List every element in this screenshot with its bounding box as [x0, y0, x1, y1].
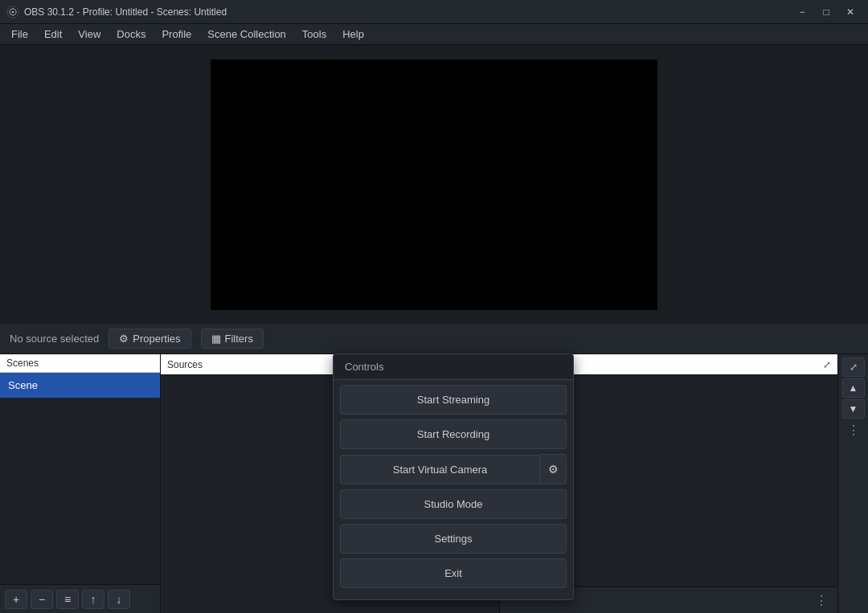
side-up-button[interactable]: ▲: [842, 378, 865, 398]
menu-file[interactable]: File: [3, 27, 36, 42]
side-down-button[interactable]: ▼: [842, 399, 865, 419]
filters-icon: ▦: [211, 333, 221, 345]
controls-header: Controls: [334, 354, 573, 380]
controls-footer: [334, 593, 573, 599]
close-button[interactable]: ✕: [839, 4, 862, 20]
menu-scene-collection[interactable]: Scene Collection: [199, 27, 294, 42]
start-streaming-button[interactable]: Start Streaming: [340, 385, 567, 415]
tab-properties[interactable]: ⚙ Properties: [108, 329, 190, 349]
menu-docks[interactable]: Docks: [108, 27, 154, 42]
scenes-panel: Scenes Scene + − ≡ ↑ ↓: [0, 354, 161, 613]
scenes-toolbar: + − ≡ ↑ ↓: [0, 584, 160, 613]
menu-edit[interactable]: Edit: [36, 27, 70, 42]
controls-dropdown: Controls Start Streaming Start Recording…: [333, 353, 574, 600]
tab-filters[interactable]: ▦ Filters: [201, 329, 264, 349]
side-more-button[interactable]: ⋮: [842, 420, 865, 439]
title-bar: OBS 30.1.2 - Profile: Untitled - Scenes:…: [0, 0, 868, 24]
preview-area: [0, 45, 868, 324]
studio-mode-button[interactable]: Studio Mode: [340, 489, 567, 519]
scenes-header: Scenes: [0, 354, 160, 373]
sources-header-label: Sources: [167, 359, 203, 370]
filters-label: Filters: [225, 333, 253, 345]
minimize-button[interactable]: −: [791, 4, 813, 20]
expand-button[interactable]: ⤢: [842, 358, 865, 377]
menu-bar: File Edit View Docks Profile Scene Colle…: [0, 24, 868, 45]
properties-label: Properties: [133, 333, 180, 345]
title-text: OBS 30.1.2 - Profile: Untitled - Scenes:…: [24, 6, 227, 18]
window-controls: − □ ✕: [791, 4, 862, 20]
properties-gear-icon: ⚙: [119, 333, 129, 345]
virtual-camera-settings-button[interactable]: ⚙: [539, 454, 567, 484]
scene-down-button[interactable]: ↓: [108, 590, 130, 609]
svg-point-2: [12, 10, 14, 13]
start-recording-button[interactable]: Start Recording: [340, 419, 567, 449]
mixer-more-button[interactable]: ⋮: [810, 591, 833, 610]
menu-view[interactable]: View: [70, 27, 108, 42]
settings-button[interactable]: Settings: [340, 524, 567, 554]
preview-canvas: [211, 59, 657, 310]
menu-tools[interactable]: Tools: [294, 27, 334, 42]
remove-scene-button[interactable]: −: [31, 590, 53, 609]
add-scene-button[interactable]: +: [5, 590, 27, 609]
source-bar: No source selected ⚙ Properties ▦ Filter…: [0, 324, 868, 354]
no-source-label: No source selected: [10, 333, 99, 345]
scene-item[interactable]: Scene: [0, 373, 160, 398]
right-side-panel: ⤢ ▲ ▼ ⋮: [837, 354, 868, 613]
menu-help[interactable]: Help: [334, 27, 372, 42]
maximize-button[interactable]: □: [815, 4, 837, 20]
virtual-camera-row: Start Virtual Camera ⚙: [340, 454, 567, 484]
scene-up-button[interactable]: ↑: [82, 590, 104, 609]
start-virtual-camera-button[interactable]: Start Virtual Camera: [340, 455, 539, 484]
exit-button[interactable]: Exit: [340, 558, 567, 588]
title-bar-left: OBS 30.1.2 - Profile: Untitled - Scenes:…: [6, 6, 227, 18]
obs-app-icon: [6, 6, 19, 18]
scenes-header-label: Scenes: [6, 358, 39, 369]
controls-label: Controls: [345, 361, 383, 373]
filter-scene-button[interactable]: ≡: [56, 590, 79, 609]
menu-profile[interactable]: Profile: [154, 27, 199, 42]
mixer-expand-icon[interactable]: ⤢: [823, 359, 831, 370]
